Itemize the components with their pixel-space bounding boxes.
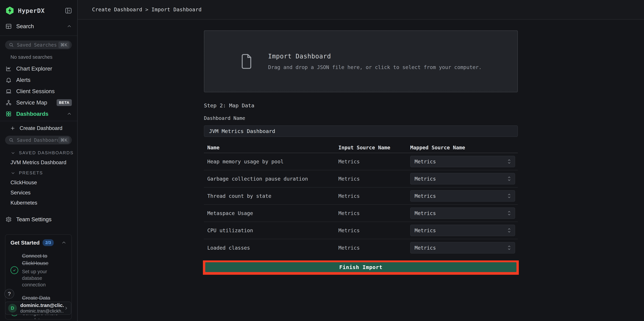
mapped-source-select[interactable]: Metrics xyxy=(410,225,515,236)
caret-sort-icon xyxy=(507,245,512,251)
import-dashboard-panel: Import Dashboard Drag and drop a JSON fi… xyxy=(204,30,518,275)
input-source-name: Metrics xyxy=(338,245,410,251)
chart-name: Thread count by state xyxy=(204,193,338,199)
saved-dashboards-search[interactable]: ⌘K xyxy=(5,136,72,144)
laptop-icon xyxy=(6,88,12,94)
mapped-source-select[interactable]: Metrics xyxy=(410,207,515,219)
sidebar-item-label: Alerts xyxy=(16,77,72,83)
input-source-name: Metrics xyxy=(338,159,410,165)
collapse-sidebar-button[interactable] xyxy=(65,7,72,14)
check-circle-icon xyxy=(10,266,18,274)
sidebar-item-label: Chart Explorer xyxy=(16,65,72,72)
column-header-mapped-source: Mapped Source Name xyxy=(410,145,518,151)
create-dashboard-button[interactable]: Create Dashboard xyxy=(10,125,77,131)
app-window: HyperDX Search ⌘K No saved searches xyxy=(0,0,644,321)
presets-section-header[interactable]: PRESETS xyxy=(11,170,77,176)
sidebar-item-label: Team Settings xyxy=(16,216,72,223)
caret-sort-icon xyxy=(507,176,512,182)
top-bar: Create Dashboard>Import Dashboard xyxy=(78,0,644,19)
input-source-name: Metrics xyxy=(338,176,410,182)
table-row: Heap memory usage by pool Metrics Metric… xyxy=(204,153,518,170)
no-saved-searches-text: No saved searches xyxy=(10,54,77,60)
caret-sort-icon xyxy=(507,193,512,199)
file-icon xyxy=(240,53,253,69)
caret-sort-icon xyxy=(507,210,512,216)
saved-searches-input[interactable] xyxy=(16,42,58,48)
get-started-title: Get Started xyxy=(10,240,40,246)
progress-badge: 2/3 xyxy=(42,239,54,246)
sidebar-item-label: Client Sessions xyxy=(16,88,72,94)
chevron-right-icon xyxy=(64,306,68,310)
dropzone-subtitle: Drag and drop a JSON file here, or click… xyxy=(268,64,482,70)
selected-value: Metrics xyxy=(414,193,507,199)
chevron-down-icon xyxy=(11,151,15,155)
sidebar-item-chart-explorer[interactable]: Chart Explorer xyxy=(0,63,77,74)
get-started-item-subtitle: Set up your database connection xyxy=(22,268,66,288)
keyboard-shortcut-badge: ⌘K xyxy=(58,41,70,48)
mapped-source-select[interactable]: Metrics xyxy=(410,173,515,184)
sidebar-item-dashboards[interactable]: Dashboards xyxy=(0,108,77,119)
sidebar-item-kubernetes[interactable]: Kubernetes xyxy=(10,200,77,206)
sidebar-item-jvm-metrics-dashboard[interactable]: JVM Metrics Dashboard xyxy=(10,159,77,166)
breadcrumb: Create Dashboard>Import Dashboard xyxy=(92,6,202,12)
avatar: D xyxy=(8,304,17,313)
sidebar-item-search[interactable]: Search xyxy=(0,21,77,32)
saved-dashboards-section-header[interactable]: SAVED DASHBOARDS xyxy=(11,150,77,155)
mapping-table: Name Input Source Name Mapped Source Nam… xyxy=(204,142,518,256)
sidebar-item-client-sessions[interactable]: Client Sessions xyxy=(0,86,77,97)
sidebar-item-label: Dashboards xyxy=(16,111,67,117)
table-row: Metaspace Usage Metrics Metrics xyxy=(204,205,518,222)
sidebar: HyperDX Search ⌘K No saved searches xyxy=(0,0,78,321)
table-row: Thread count by state Metrics Metrics xyxy=(204,188,518,205)
sidebar-item-clickhouse[interactable]: ClickHouse xyxy=(10,180,77,186)
input-source-name: Metrics xyxy=(338,193,410,199)
help-button[interactable]: ? xyxy=(4,289,14,299)
caret-sort-icon xyxy=(507,228,512,233)
input-source-name: Metrics xyxy=(338,210,410,216)
finish-import-highlight: Finish Import xyxy=(203,260,519,275)
breadcrumb-create-dashboard[interactable]: Create Dashboard xyxy=(92,6,142,12)
sidebar-item-team-settings[interactable]: Team Settings xyxy=(0,214,77,225)
sidebar-divider xyxy=(0,35,77,36)
search-section-icon xyxy=(6,23,12,29)
column-header-name: Name xyxy=(204,145,338,151)
dashboard-name-input[interactable] xyxy=(204,125,518,137)
chart-name: Metaspace Usage xyxy=(204,210,338,216)
section-header-label: PRESETS xyxy=(19,170,43,176)
input-source-name: Metrics xyxy=(338,228,410,233)
finish-import-button[interactable]: Finish Import xyxy=(205,262,516,272)
file-dropzone[interactable]: Import Dashboard Drag and drop a JSON fi… xyxy=(204,30,518,92)
saved-searches-search[interactable]: ⌘K xyxy=(5,40,72,49)
chart-name: Heap memory usage by pool xyxy=(204,159,338,165)
user-email: dominic.tran@clickh... xyxy=(20,308,64,314)
mapped-source-select[interactable]: Metrics xyxy=(410,156,515,167)
sidebar-item-services[interactable]: Services xyxy=(10,190,77,196)
sidebar-nav: Chart Explorer Alerts Client Sessions Se… xyxy=(0,63,77,119)
mapped-source-select[interactable]: Metrics xyxy=(410,190,515,202)
sidebar-item-alerts[interactable]: Alerts xyxy=(0,74,77,86)
keyboard-shortcut-badge: ⌘K xyxy=(58,137,70,144)
beta-badge: BETA xyxy=(56,99,72,106)
chart-name: Garbage collection pause duration xyxy=(204,176,338,182)
mapped-source-select[interactable]: Metrics xyxy=(410,242,515,254)
get-started-item-connect[interactable]: Connect to ClickHouse Set up your databa… xyxy=(10,253,66,288)
sidebar-divider xyxy=(0,121,77,121)
column-header-input-source: Input Source Name xyxy=(338,145,410,151)
chevron-down-icon xyxy=(11,171,15,175)
sidebar-item-service-map[interactable]: Service Map BETA xyxy=(0,97,77,108)
sidebar-item-label: Search xyxy=(16,23,67,29)
plus-icon xyxy=(10,126,15,131)
sidebar-item-label: Service Map xyxy=(16,99,56,106)
user-menu[interactable]: D dominic.tran@clic... dominic.tran@clic… xyxy=(5,302,71,315)
breadcrumb-import-dashboard: Import Dashboard xyxy=(152,6,202,12)
saved-dashboards-input[interactable] xyxy=(16,137,58,143)
logo-row: HyperDX xyxy=(0,0,77,16)
get-started-header[interactable]: Get Started 2/3 xyxy=(10,239,66,246)
section-header-label: SAVED DASHBOARDS xyxy=(19,150,74,155)
gear-icon xyxy=(6,216,12,223)
step-heading: Step 2: Map Data xyxy=(204,102,518,108)
get-started-item-title: Connect to ClickHouse xyxy=(22,253,66,267)
chevron-up-icon xyxy=(67,24,72,29)
table-row: CPU utilization Metrics Metrics xyxy=(204,222,518,239)
breadcrumb-separator: > xyxy=(145,6,148,12)
